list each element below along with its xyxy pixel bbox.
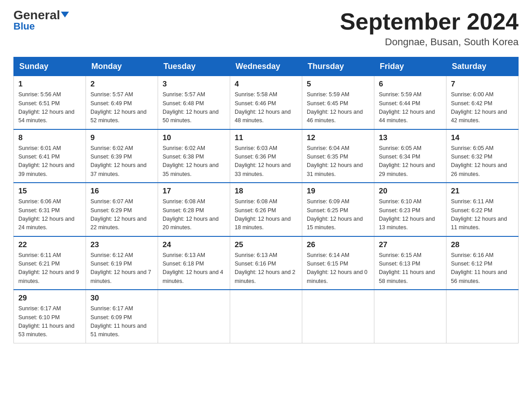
day-info: Sunrise: 6:14 AMSunset: 6:15 PMDaylight:… [307,251,369,286]
day-info: Sunrise: 6:16 AMSunset: 6:12 PMDaylight:… [451,251,514,286]
calendar-cell [374,290,446,343]
day-number: 20 [379,187,442,196]
day-info: Sunrise: 6:03 AMSunset: 6:36 PMDaylight:… [235,144,297,179]
calendar-cell: 8Sunrise: 6:01 AMSunset: 6:41 PMDaylight… [14,129,86,183]
calendar-cell: 29Sunrise: 6:17 AMSunset: 6:10 PMDayligh… [14,290,86,343]
day-info: Sunrise: 6:13 AMSunset: 6:18 PMDaylight:… [163,251,225,286]
calendar-cell: 13Sunrise: 6:05 AMSunset: 6:34 PMDayligh… [374,129,446,183]
calendar-cell: 6Sunrise: 5:59 AMSunset: 6:44 PMDaylight… [374,76,446,129]
logo-top: General [13,9,69,21]
calendar-cell: 27Sunrise: 6:15 AMSunset: 6:13 PMDayligh… [374,236,446,290]
calendar-cell: 7Sunrise: 6:00 AMSunset: 6:42 PMDaylight… [446,76,519,129]
calendar-cell: 5Sunrise: 5:59 AMSunset: 6:45 PMDaylight… [302,76,374,129]
day-info: Sunrise: 6:17 AMSunset: 6:10 PMDaylight:… [18,304,81,339]
calendar-cell: 17Sunrise: 6:08 AMSunset: 6:28 PMDayligh… [158,183,230,236]
calendar-cell: 20Sunrise: 6:10 AMSunset: 6:23 PMDayligh… [374,183,446,236]
day-info: Sunrise: 6:07 AMSunset: 6:29 PMDaylight:… [90,197,153,232]
calendar-cell: 26Sunrise: 6:14 AMSunset: 6:15 PMDayligh… [302,236,374,290]
calendar-cell [230,290,302,343]
day-info: Sunrise: 6:17 AMSunset: 6:09 PMDaylight:… [90,304,153,339]
day-info: Sunrise: 6:06 AMSunset: 6:31 PMDaylight:… [18,197,81,232]
day-number: 15 [18,187,81,196]
day-info: Sunrise: 5:59 AMSunset: 6:44 PMDaylight:… [379,90,442,125]
day-info: Sunrise: 6:11 AMSunset: 6:21 PMDaylight:… [18,251,81,286]
day-number: 5 [307,80,369,89]
calendar-table: SundayMondayTuesdayWednesdayThursdayFrid… [13,57,519,343]
day-number: 26 [307,240,369,249]
day-number: 16 [90,187,153,196]
calendar-cell: 24Sunrise: 6:13 AMSunset: 6:18 PMDayligh… [158,236,230,290]
day-number: 1 [18,80,81,89]
day-info: Sunrise: 6:05 AMSunset: 6:34 PMDaylight:… [379,144,442,179]
calendar-cell: 28Sunrise: 6:16 AMSunset: 6:12 PMDayligh… [446,236,519,290]
logo-bottom: Blue [13,21,35,32]
weekday-header-monday: Monday [86,57,158,76]
weekday-header-saturday: Saturday [446,57,519,76]
day-number: 24 [163,240,225,249]
weekday-header-sunday: Sunday [14,57,86,76]
day-number: 2 [90,80,153,89]
day-number: 11 [235,133,297,142]
day-number: 18 [235,187,297,196]
day-number: 19 [307,187,369,196]
calendar-cell: 23Sunrise: 6:12 AMSunset: 6:19 PMDayligh… [86,236,158,290]
calendar-cell: 15Sunrise: 6:06 AMSunset: 6:31 PMDayligh… [14,183,86,236]
day-number: 6 [379,80,442,89]
day-info: Sunrise: 6:05 AMSunset: 6:32 PMDaylight:… [451,144,514,179]
calendar-week-row: 22Sunrise: 6:11 AMSunset: 6:21 PMDayligh… [14,236,519,290]
day-info: Sunrise: 6:02 AMSunset: 6:38 PMDaylight:… [163,144,225,179]
day-info: Sunrise: 5:57 AMSunset: 6:48 PMDaylight:… [163,90,225,125]
weekday-header-row: SundayMondayTuesdayWednesdayThursdayFrid… [14,57,519,76]
day-info: Sunrise: 6:10 AMSunset: 6:23 PMDaylight:… [379,197,442,232]
location-title: Dongnae, Busan, South Korea [340,36,519,48]
day-number: 17 [163,187,225,196]
calendar-week-row: 1Sunrise: 5:56 AMSunset: 6:51 PMDaylight… [14,76,519,129]
calendar-cell: 16Sunrise: 6:07 AMSunset: 6:29 PMDayligh… [86,183,158,236]
calendar-cell: 3Sunrise: 5:57 AMSunset: 6:48 PMDaylight… [158,76,230,129]
calendar-cell: 25Sunrise: 6:13 AMSunset: 6:16 PMDayligh… [230,236,302,290]
day-info: Sunrise: 5:59 AMSunset: 6:45 PMDaylight:… [307,90,369,125]
day-number: 8 [18,133,81,142]
day-number: 14 [451,133,514,142]
calendar-cell [158,290,230,343]
calendar-cell: 4Sunrise: 5:58 AMSunset: 6:46 PMDaylight… [230,76,302,129]
calendar-cell: 21Sunrise: 6:11 AMSunset: 6:22 PMDayligh… [446,183,519,236]
day-number: 21 [451,187,514,196]
day-number: 28 [451,240,514,249]
day-info: Sunrise: 6:01 AMSunset: 6:41 PMDaylight:… [18,144,81,179]
calendar-cell: 2Sunrise: 5:57 AMSunset: 6:49 PMDaylight… [86,76,158,129]
calendar-week-row: 15Sunrise: 6:06 AMSunset: 6:31 PMDayligh… [14,183,519,236]
weekday-header-thursday: Thursday [302,57,374,76]
day-number: 10 [163,133,225,142]
day-number: 9 [90,133,153,142]
calendar-week-row: 29Sunrise: 6:17 AMSunset: 6:10 PMDayligh… [14,290,519,343]
day-info: Sunrise: 6:00 AMSunset: 6:42 PMDaylight:… [451,90,514,125]
calendar-week-row: 8Sunrise: 6:01 AMSunset: 6:41 PMDaylight… [14,129,519,183]
day-number: 12 [307,133,369,142]
calendar-cell [302,290,374,343]
title-area: September 2024 Dongnae, Busan, South Kor… [340,9,519,48]
day-number: 30 [90,294,153,303]
logo: General Blue [13,9,69,32]
day-info: Sunrise: 5:58 AMSunset: 6:46 PMDaylight:… [235,90,297,125]
day-info: Sunrise: 6:11 AMSunset: 6:22 PMDaylight:… [451,197,514,232]
calendar-cell: 18Sunrise: 6:08 AMSunset: 6:26 PMDayligh… [230,183,302,236]
weekday-header-tuesday: Tuesday [158,57,230,76]
day-info: Sunrise: 6:04 AMSunset: 6:35 PMDaylight:… [307,144,369,179]
day-info: Sunrise: 5:57 AMSunset: 6:49 PMDaylight:… [90,90,153,125]
day-number: 29 [18,294,81,303]
day-number: 22 [18,240,81,249]
day-info: Sunrise: 6:02 AMSunset: 6:39 PMDaylight:… [90,144,153,179]
day-info: Sunrise: 5:56 AMSunset: 6:51 PMDaylight:… [18,90,81,125]
day-number: 23 [90,240,153,249]
calendar-cell [446,290,519,343]
day-number: 13 [379,133,442,142]
calendar-cell: 14Sunrise: 6:05 AMSunset: 6:32 PMDayligh… [446,129,519,183]
weekday-header-wednesday: Wednesday [230,57,302,76]
day-number: 3 [163,80,225,89]
calendar-cell: 10Sunrise: 6:02 AMSunset: 6:38 PMDayligh… [158,129,230,183]
day-info: Sunrise: 6:15 AMSunset: 6:13 PMDaylight:… [379,251,442,286]
calendar-cell: 1Sunrise: 5:56 AMSunset: 6:51 PMDaylight… [14,76,86,129]
weekday-header-friday: Friday [374,57,446,76]
day-number: 27 [379,240,442,249]
